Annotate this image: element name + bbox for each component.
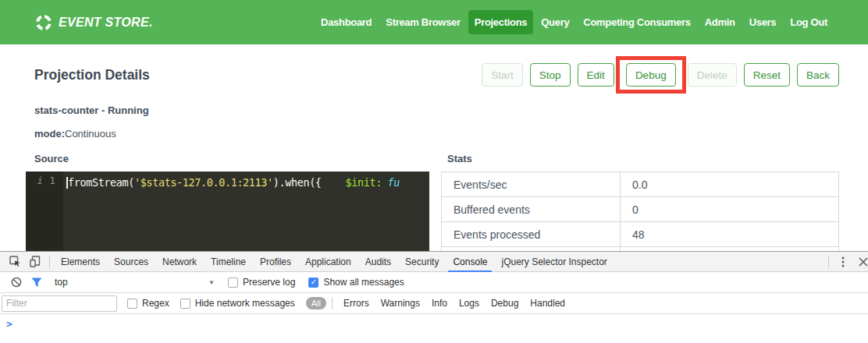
- tab-console[interactable]: Console: [448, 252, 492, 272]
- devtools-tabbar: Elements Sources Network Timeline Profil…: [0, 252, 868, 272]
- nav-item-projections[interactable]: Projections: [468, 10, 534, 34]
- level-filter-all[interactable]: All: [306, 297, 326, 309]
- eventstore-logo-icon: [34, 12, 53, 31]
- tab-security[interactable]: Security: [400, 252, 443, 272]
- checkbox-unchecked-icon: [127, 299, 137, 309]
- debug-highlight-annotation: Debug: [616, 56, 686, 94]
- nav-item-competing-consumers[interactable]: Competing Consumers: [577, 10, 696, 34]
- checkbox-unchecked-icon: [228, 278, 238, 288]
- mode-value: Continuous: [65, 128, 116, 140]
- projection-mode: mode:Continuous: [34, 128, 868, 140]
- stat-label: Buffered events: [442, 197, 621, 222]
- filter-funnel-icon[interactable]: [27, 273, 47, 292]
- console-filter-input[interactable]: [2, 295, 117, 312]
- annotation-info-icon: i: [37, 175, 43, 186]
- checkbox-checked-icon: ✓: [308, 278, 318, 288]
- detail-columns: Source i 1 fromStream('$stats-127.0.0.1:…: [26, 153, 839, 251]
- tab-elements[interactable]: Elements: [56, 252, 105, 272]
- back-button[interactable]: Back: [797, 63, 839, 87]
- stat-value: 0: [621, 197, 839, 222]
- top-navbar: EVENT STORE. Dashboard Stream Browser Pr…: [0, 0, 868, 44]
- chevron-down-icon: ▼: [208, 279, 215, 286]
- table-row: Buffered events 0: [442, 197, 839, 222]
- code-line-1: fromStream('$stats-127.0.0.1:2113').when…: [66, 175, 429, 190]
- close-devtools-icon[interactable]: [853, 253, 868, 271]
- nav-item-logout[interactable]: Log Out: [784, 10, 834, 34]
- console-toolbar: top ▼ Preserve log ✓ Show all messages: [0, 272, 868, 293]
- tab-application[interactable]: Application: [301, 252, 356, 272]
- tab-sources[interactable]: Sources: [109, 252, 153, 272]
- delete-button[interactable]: Delete: [688, 63, 737, 87]
- projection-action-buttons: Start Stop Edit Debug Delete Reset Back: [482, 56, 839, 94]
- eventstore-logo[interactable]: EVENT STORE.: [36, 15, 153, 30]
- line-number: 1: [49, 175, 55, 186]
- tab-profiles[interactable]: Profiles: [255, 252, 296, 272]
- show-all-messages-label: Show all messages: [323, 277, 404, 288]
- page-header: Projection Details Start Stop Edit Debug…: [34, 56, 839, 94]
- hide-network-messages-checkbox[interactable]: Hide network messages: [180, 298, 295, 309]
- nav-item-dashboard[interactable]: Dashboard: [315, 10, 378, 34]
- clear-console-icon[interactable]: [6, 273, 27, 292]
- show-all-messages-checkbox[interactable]: ✓ Show all messages: [308, 277, 404, 288]
- stats-section: Stats Events/sec 0.0 Buffered events 0 E…: [441, 153, 839, 251]
- divider: [828, 256, 829, 268]
- stat-value: 0.0: [621, 172, 839, 197]
- divider: [49, 256, 50, 268]
- stop-button[interactable]: Stop: [530, 63, 571, 87]
- gutter-line-1: i 1: [26, 175, 63, 186]
- reset-button[interactable]: Reset: [744, 63, 790, 87]
- main-nav: Dashboard Stream Browser Projections Que…: [315, 10, 834, 34]
- editor-code-area[interactable]: fromStream('$stats-127.0.0.1:2113').when…: [63, 172, 429, 251]
- edit-button[interactable]: Edit: [578, 63, 614, 87]
- level-filter-warnings[interactable]: Warnings: [381, 298, 420, 309]
- execution-context-value: top: [55, 277, 68, 288]
- level-filter-logs[interactable]: Logs: [459, 298, 479, 309]
- start-button[interactable]: Start: [482, 63, 523, 87]
- preserve-log-checkbox[interactable]: Preserve log: [228, 277, 295, 288]
- device-toolbar-icon[interactable]: [25, 253, 45, 271]
- code-token: fromStream(: [68, 176, 134, 189]
- nav-item-admin[interactable]: Admin: [699, 10, 742, 34]
- source-section: Source i 1 fromStream('$stats-127.0.0.1:…: [26, 153, 429, 251]
- level-filters: Errors Warnings Info Logs Debug Handled: [343, 298, 565, 309]
- source-code-editor[interactable]: i 1 fromStream('$stats-127.0.0.1:2113').…: [26, 172, 429, 251]
- level-filter-debug[interactable]: Debug: [491, 298, 518, 309]
- stat-value: 48: [621, 222, 839, 247]
- page-title: Projection Details: [34, 67, 150, 83]
- projection-name-status: stats-counter - Running: [34, 104, 868, 116]
- level-filter-info[interactable]: Info: [432, 298, 447, 309]
- debug-button[interactable]: Debug: [626, 63, 676, 87]
- code-token: [382, 176, 388, 189]
- stat-label: Events/sec: [442, 172, 621, 197]
- tab-audits[interactable]: Audits: [361, 252, 396, 272]
- hide-network-messages-label: Hide network messages: [195, 298, 295, 309]
- devtools-panel: Elements Sources Network Timeline Profil…: [0, 251, 868, 343]
- console-output-area[interactable]: >: [0, 314, 868, 342]
- nav-item-query[interactable]: Query: [535, 10, 575, 34]
- mode-label: mode:: [34, 128, 65, 140]
- stat-label: Events processed: [442, 222, 621, 247]
- tab-timeline[interactable]: Timeline: [206, 252, 251, 272]
- code-token: ).when({: [273, 176, 346, 189]
- tab-network[interactable]: Network: [158, 252, 201, 272]
- table-row: Events/sec 0.0: [442, 172, 839, 197]
- stats-table: Events/sec 0.0 Buffered events 0 Events …: [441, 172, 839, 251]
- regex-label: Regex: [142, 298, 169, 309]
- level-filter-errors[interactable]: Errors: [343, 298, 369, 309]
- editor-gutter: i 1: [26, 172, 63, 251]
- preserve-log-label: Preserve log: [243, 277, 295, 288]
- more-options-icon[interactable]: [833, 253, 853, 271]
- brand-name: EVENT STORE.: [59, 16, 153, 30]
- nav-item-users[interactable]: Users: [743, 10, 783, 34]
- console-prompt-chevron[interactable]: >: [6, 318, 12, 330]
- source-section-label: Source: [34, 153, 429, 164]
- stats-section-label: Stats: [447, 153, 839, 164]
- nav-item-stream-browser[interactable]: Stream Browser: [379, 10, 467, 34]
- code-token-keyword: fu: [388, 176, 400, 189]
- console-filterbar: Regex Hide network messages All Errors W…: [0, 293, 868, 314]
- level-filter-handled[interactable]: Handled: [530, 298, 565, 309]
- inspect-element-icon[interactable]: [5, 253, 25, 271]
- tab-jquery-selector-inspector[interactable]: jQuery Selector Inspector: [496, 252, 611, 272]
- execution-context-selector[interactable]: top ▼: [55, 277, 215, 288]
- regex-checkbox[interactable]: Regex: [127, 298, 169, 309]
